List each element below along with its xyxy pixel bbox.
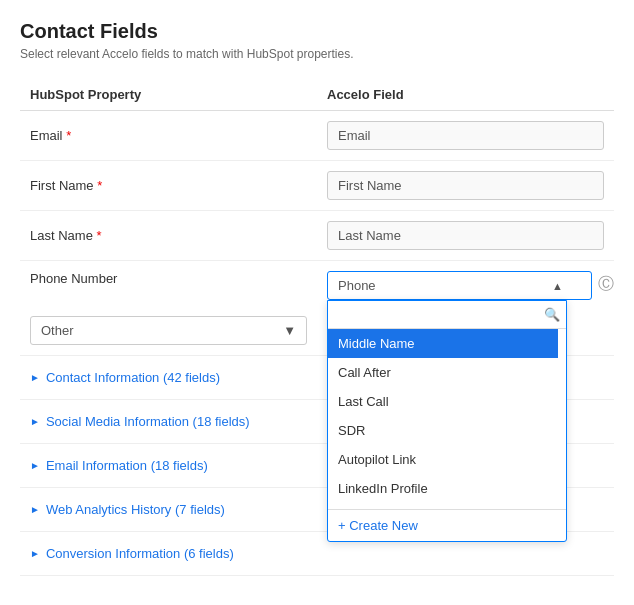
section-label: Conversion Information (6 fields): [46, 546, 234, 561]
list-item[interactable]: Call After: [328, 358, 558, 387]
section-label: Email Information (18 fields): [46, 458, 208, 473]
dropdown-search-wrapper: 🔍: [328, 301, 566, 329]
list-item[interactable]: Middle Name: [328, 329, 558, 358]
accelo-lastname-input[interactable]: [327, 221, 604, 250]
section-label: Contact Information (42 fields): [46, 370, 220, 385]
hubspot-field-phone: Phone Number: [30, 271, 117, 286]
list-item[interactable]: Last Call: [328, 387, 558, 416]
col-hubspot-header: HubSpot Property: [20, 79, 317, 111]
search-icon: 🔍: [544, 307, 560, 322]
chevron-up-icon: ▲: [552, 280, 563, 292]
phone-dropdown: 🔍 Middle Name Call After Last Call SDR A…: [327, 300, 567, 542]
list-item[interactable]: SDR: [328, 416, 558, 445]
table-row: Email *: [20, 111, 614, 161]
phone-select-value: Phone: [338, 278, 376, 293]
arrow-right-icon: ►: [30, 416, 40, 427]
section-label: Web Analytics History (7 fields): [46, 502, 225, 517]
table-row: First Name *: [20, 161, 614, 211]
section-label: Social Media Information (18 fields): [46, 414, 250, 429]
list-item[interactable]: SQL: [328, 503, 558, 509]
arrow-right-icon: ►: [30, 504, 40, 515]
page-subtitle: Select relevant Accelo fields to match w…: [20, 47, 614, 61]
arrow-right-icon: ►: [30, 372, 40, 383]
other-dropdown[interactable]: Other ▼: [30, 316, 307, 345]
table-row-phone: Phone Number Other ▼ Phone ▲: [20, 261, 614, 356]
accelo-firstname-input[interactable]: [327, 171, 604, 200]
create-new-button[interactable]: + Create New: [328, 509, 566, 541]
table-row: Last Name *: [20, 211, 614, 261]
hubspot-field-email: Email *: [30, 128, 71, 143]
accelo-email-input[interactable]: [327, 121, 604, 150]
page-title: Contact Fields: [20, 20, 614, 43]
arrow-right-icon: ►: [30, 548, 40, 559]
col-accelo-header: Accelo Field: [317, 79, 614, 111]
dropdown-list: Middle Name Call After Last Call SDR Aut…: [328, 329, 566, 509]
list-item[interactable]: Autopilot Link: [328, 445, 558, 474]
phone-accelo-select[interactable]: Phone ▲: [327, 271, 592, 300]
arrow-right-icon: ►: [30, 460, 40, 471]
other-dropdown-value: Other: [41, 323, 74, 338]
hubspot-field-firstname: First Name *: [30, 178, 102, 193]
cancel-icon[interactable]: Ⓒ: [598, 274, 614, 295]
sidebar-item-conversion-info[interactable]: ► Conversion Information (6 fields): [30, 542, 604, 565]
list-item[interactable]: LinkedIn Profile: [328, 474, 558, 503]
dropdown-search-input[interactable]: [334, 305, 544, 324]
hubspot-field-lastname: Last Name *: [30, 228, 102, 243]
chevron-down-icon: ▼: [283, 323, 296, 338]
